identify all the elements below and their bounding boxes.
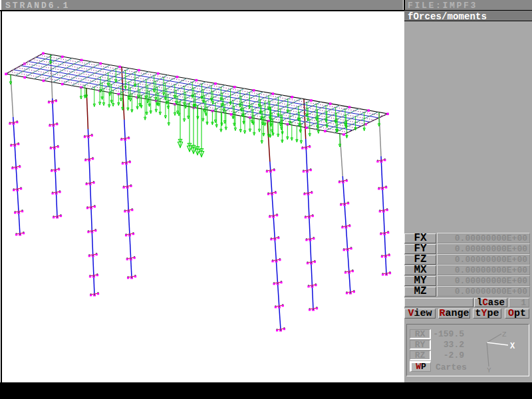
svg-text:Y: Y <box>487 366 491 374</box>
svg-text:Z: Z <box>502 331 507 338</box>
svg-text:X: X <box>510 342 515 351</box>
